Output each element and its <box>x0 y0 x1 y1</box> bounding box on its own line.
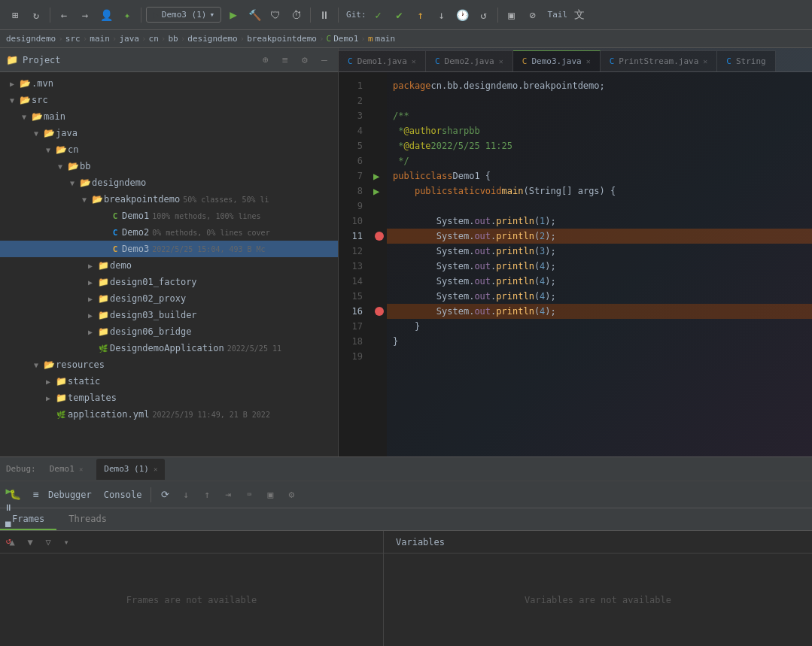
stop-icon[interactable]: ⏸ <box>315 6 333 24</box>
bc-sep-2: › <box>83 34 88 44</box>
bc-breakpointdemo[interactable]: breakpointdemo <box>247 34 317 44</box>
stop2-icon[interactable]: ⊘ <box>524 6 542 24</box>
token: println <box>496 229 534 244</box>
tail-label: Tail <box>548 10 568 20</box>
toolbar-refresh-icon[interactable]: ↻ <box>27 6 45 24</box>
tree-item-designdemoapplication[interactable]: ▶ 🌿 DesigndemoApplication 2022/5/25 11 <box>0 340 338 356</box>
debug-tab-demo1-close[interactable]: ✕ <box>79 466 83 473</box>
tree-item-design03[interactable]: ▶ 📁 design03_builder <box>0 307 338 323</box>
code-editor[interactable]: 1 2 3 4 5 6 7 8 9 10 11 12 13 14 15 16 1… <box>339 72 812 456</box>
project-collapse-icon[interactable]: ≡ <box>278 53 293 68</box>
tree-item-cn[interactable]: ▼ 📂 cn <box>0 141 338 158</box>
git-update-icon[interactable]: ↓ <box>433 6 451 24</box>
profile-icon[interactable]: ⏱ <box>287 6 306 24</box>
step-out-icon[interactable]: ↑ <box>198 486 216 504</box>
frames-icon[interactable]: ▣ <box>261 486 279 504</box>
tab-demo3[interactable]: C Demo3.java ✕ <box>513 50 601 71</box>
project-close-icon[interactable]: — <box>317 53 332 68</box>
threads-subtab[interactable]: Threads <box>56 508 119 530</box>
frames-filter-icon[interactable]: ▽ <box>41 535 56 550</box>
token: 3 <box>540 244 545 259</box>
coverage-icon[interactable]: 🛡 <box>266 6 284 24</box>
evaluate-icon[interactable]: ⌨ <box>240 486 258 504</box>
bc-java[interactable]: java <box>119 34 139 44</box>
tab-close-demo2[interactable]: ✕ <box>499 57 503 65</box>
project-add-icon[interactable]: ⊕ <box>258 53 273 68</box>
tab-close-demo3[interactable]: ✕ <box>586 57 591 65</box>
token: System. <box>393 214 474 229</box>
stop-debug-icon[interactable]: ⏹ <box>2 517 15 531</box>
toolbar-back-icon[interactable]: ← <box>55 6 73 24</box>
toolbar-layout-icon[interactable]: ⊞ <box>6 6 24 24</box>
resume-icon[interactable]: ▶ <box>2 484 15 498</box>
tab-demo1[interactable]: C Demo1.java ✕ <box>339 50 426 71</box>
bc-main[interactable]: main <box>90 34 110 44</box>
tree-item-bb[interactable]: ▼ 📂 bb <box>0 158 338 174</box>
step-over-icon[interactable]: ⟳ <box>156 486 174 504</box>
tree-item-design01[interactable]: ▶ 📁 design01_factory <box>0 274 338 290</box>
rerun-icon[interactable]: ↺ <box>2 534 15 547</box>
tree-item-designdemo[interactable]: ▼ 📂 designdemo <box>0 174 338 191</box>
bc-bb[interactable]: bb <box>168 34 178 44</box>
tab-close-demo1[interactable]: ✕ <box>412 57 416 65</box>
debug-tab-demo3-close[interactable]: ✕ <box>154 466 157 473</box>
bc-main-method[interactable]: main <box>376 34 396 44</box>
tree-item-design02[interactable]: ▶ 📁 design02_proxy <box>0 290 338 307</box>
run-config-button[interactable]: ▶ Demo3 (1) ▾ <box>146 7 221 23</box>
tree-item-demo2[interactable]: ▶ C Demo2 0% methods, 0% lines cover <box>0 224 338 241</box>
bc-designdemo[interactable]: designdemo <box>6 34 56 44</box>
project-settings-icon[interactable]: ⚙ <box>297 53 312 68</box>
token: out <box>474 274 491 289</box>
build-icon[interactable]: 🔨 <box>245 6 263 24</box>
tree-item-templates[interactable]: ▶ 📁 templates <box>0 390 338 406</box>
toolbar-user-icon[interactable]: 👤 <box>97 6 115 24</box>
frames-down-icon[interactable]: ▼ <box>23 535 38 550</box>
token: System. <box>393 274 474 289</box>
debug-tab-demo1[interactable]: Demo1 ✕ <box>42 459 91 480</box>
bc-demo1[interactable]: Demo1 <box>333 34 358 44</box>
run-icon[interactable]: ▶ <box>224 6 242 24</box>
toolbar-forward-icon[interactable]: → <box>76 6 94 24</box>
tree-item-demo3[interactable]: ▶ C Demo3 2022/5/25 15:04, 493 B Mc <box>0 241 338 257</box>
tree-item-applicationyml[interactable]: ▶ 🌿 application.yml 2022/5/19 11:49, 21 … <box>0 406 338 423</box>
git-check-icon[interactable]: ✓ <box>370 6 388 24</box>
git-history-icon[interactable]: 🕐 <box>454 6 472 24</box>
toolbar-wand-icon[interactable]: ✦ <box>118 6 136 24</box>
token: println <box>496 214 534 229</box>
bc-designdemo2[interactable]: designdemo <box>187 34 237 44</box>
code-content[interactable]: package cn.bb.designdemo.breakpointdemo;… <box>387 72 812 456</box>
settings-icon[interactable]: ⚙ <box>282 486 300 504</box>
tab-close-printstream[interactable]: ✕ <box>703 57 707 65</box>
token: . <box>491 244 496 259</box>
git-up-icon[interactable]: ↑ <box>412 6 430 24</box>
tree-item-breakpointdemo[interactable]: ▼ 📂 breakpointdemo 50% classes, 50% li <box>0 191 338 208</box>
bc-cn[interactable]: cn <box>149 34 159 44</box>
bc-src[interactable]: src <box>65 34 81 44</box>
tab-string[interactable]: C String <box>717 50 775 71</box>
folder-icon-breakpointdemo: 📂 <box>90 194 104 205</box>
debug-bar: Debug: Demo1 ✕ Demo3 (1) ✕ <box>0 456 812 481</box>
step-into-icon[interactable]: ↓ <box>177 486 195 504</box>
run-to-cursor-icon[interactable]: ⇥ <box>219 486 237 504</box>
tree-item-design06[interactable]: ▶ 📁 design06_bridge <box>0 323 338 340</box>
translate-icon[interactable]: 文 <box>570 6 588 24</box>
variables-panel: Variables Variables are not available <box>384 531 812 646</box>
git-revert-icon[interactable]: ↺ <box>475 6 493 24</box>
tree-item-demo1[interactable]: ▶ C Demo1 100% methods, 100% lines <box>0 208 338 224</box>
main-toolbar: ⊞ ↻ ← → 👤 ✦ ▶ Demo3 (1) ▾ ▶ 🔨 🛡 ⏱ ⏸ Git:… <box>0 0 812 30</box>
tree-item-static[interactable]: ▶ 📁 static <box>0 373 338 390</box>
terminal-icon[interactable]: ▣ <box>503 6 521 24</box>
git-tick-icon[interactable]: ✔ <box>391 6 409 24</box>
tab-printstream[interactable]: C PrintStream.java ✕ <box>601 50 718 71</box>
tree-item-mvn[interactable]: ▶ 📂 .mvn <box>0 75 338 92</box>
frames-export-icon[interactable]: ▾ <box>59 535 74 550</box>
tree-item-demo[interactable]: ▶ 📁 demo <box>0 257 338 274</box>
tree-item-src[interactable]: ▼ 📂 src <box>0 92 338 108</box>
console-tab-button[interactable]: ≡ <box>27 486 45 504</box>
debug-tab-demo3[interactable]: Demo3 (1) ✕ <box>96 459 165 480</box>
pause-icon[interactable]: ⏸ <box>2 501 15 514</box>
tree-item-resources[interactable]: ▼ 📂 resources <box>0 356 338 373</box>
tab-demo2[interactable]: C Demo2.java ✕ <box>426 50 513 71</box>
tree-item-main[interactable]: ▼ 📂 main <box>0 108 338 125</box>
tree-item-java[interactable]: ▼ 📂 java <box>0 125 338 141</box>
